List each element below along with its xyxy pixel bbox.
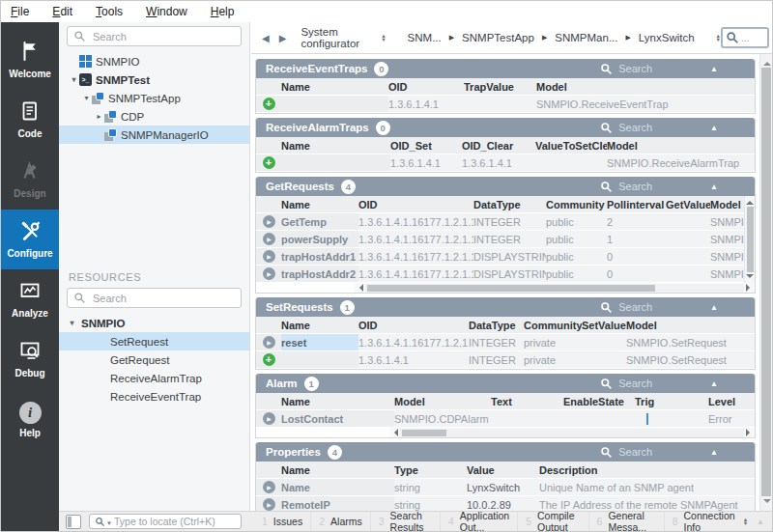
table-row[interactable]: +1.3.6.1.4.1SNMPIO.ReceiveEventTrap — [256, 96, 755, 113]
tree-item-cdp[interactable]: ▸CDP — [59, 107, 249, 126]
expander-icon[interactable]: ▸ — [94, 112, 104, 121]
panel-search[interactable]: Search — [600, 446, 652, 459]
tree-item-snmpmanagerio[interactable]: SNMPManagerIO — [59, 126, 249, 144]
table-row[interactable]: ▶trapHostAddr11.3.6.1.4.1.16177.1.2.1.11… — [256, 248, 755, 266]
main-vertical-scrollbar[interactable] — [759, 54, 772, 511]
play-icon[interactable]: ▶ — [263, 481, 275, 493]
menu-file[interactable]: File — [11, 5, 29, 18]
panel-header[interactable]: GetRequests4Search▲ — [256, 177, 755, 196]
rail-item-analyze[interactable]: Analyze — [1, 269, 59, 329]
scrollbar-thumb[interactable] — [747, 207, 754, 272]
tree-item-snmpio[interactable]: ▾SNMPIO — [59, 314, 249, 332]
expander-icon[interactable]: ▾ — [67, 319, 77, 327]
collapse-icon[interactable]: ▲ — [710, 182, 718, 191]
resources-search-input[interactable] — [67, 288, 242, 308]
play-icon[interactable]: ▶ — [263, 215, 275, 228]
scroll-right-icon[interactable] — [746, 284, 754, 292]
menu-edit[interactable]: Edit — [52, 5, 72, 18]
breadcrumb-item-lynxswitch[interactable]: LynxSwitch — [639, 32, 695, 43]
panel-toggle-icon[interactable] — [66, 515, 81, 529]
topbar-search-input[interactable] — [741, 33, 764, 43]
panel-search[interactable]: Search — [600, 378, 652, 390]
panel-search[interactable]: Search — [600, 301, 652, 314]
horizontal-scrollbar[interactable] — [389, 428, 755, 437]
table-row[interactable]: ▶reset1.3.6.1.4.1.16177.1.2.1.9.0INTEGER… — [256, 334, 755, 351]
scroll-right-icon[interactable] — [746, 429, 754, 436]
breadcrumb-item-snm[interactable]: SNM... — [408, 32, 442, 43]
table-row[interactable]: +1.3.6.1.4.1INTEGERprivateSNMPIO.SetRequ… — [256, 351, 755, 369]
rail-item-configure[interactable]: Configure — [1, 210, 59, 269]
add-icon[interactable]: + — [263, 98, 275, 110]
table-row[interactable]: ▶powerSupply1.3.6.1.4.1.16177.1.2.1.10.0… — [256, 231, 755, 248]
project-search-input[interactable] — [67, 26, 242, 46]
view-selector[interactable]: System configurator ▲▼ — [301, 26, 386, 49]
play-icon[interactable]: ▶ — [263, 336, 275, 349]
menu-tools[interactable]: Tools — [96, 5, 123, 18]
scrollbar-thumb[interactable] — [402, 430, 446, 436]
collapse-panel-icon[interactable]: ▲ — [757, 518, 764, 526]
tree-item-snmptestapp[interactable]: ▾SNMPTestApp — [59, 89, 249, 107]
add-icon[interactable]: + — [263, 353, 275, 366]
panel-header[interactable]: Properties4Search▲ — [256, 442, 755, 462]
panel-header[interactable]: SetRequests1Search▲ — [256, 297, 755, 317]
panel-search[interactable]: Search — [600, 122, 652, 134]
tree-item-receivealarmtrap[interactable]: ReceiveAlarmTrap — [59, 369, 249, 387]
table-row[interactable]: ▶RemoteIPstring10.0.2.89The IP Address o… — [256, 496, 755, 511]
tree-item-receiveeventtrap[interactable]: ReceiveEventTrap — [59, 387, 249, 406]
collapse-icon[interactable]: ▲ — [710, 303, 718, 312]
rail-item-help[interactable]: iHelp — [1, 389, 59, 449]
collapse-icon[interactable]: ▲ — [710, 379, 718, 388]
status-tab-connection-info[interactable]: 8Connection Info — [664, 512, 743, 531]
scroll-down-icon[interactable] — [746, 274, 754, 282]
scroll-up-icon[interactable] — [763, 58, 771, 66]
table-row[interactable]: +1.3.6.1.4.11.3.6.1.4.1SNMPIO.ReceiveAla… — [256, 154, 755, 172]
menu-help[interactable]: Help — [211, 5, 235, 18]
rail-item-debug[interactable]: Debug — [1, 329, 59, 389]
expander-icon[interactable]: ▾ — [81, 94, 92, 102]
panel-header[interactable]: Alarm1Search▲ — [256, 374, 755, 393]
forward-button[interactable]: ▶ — [274, 33, 292, 43]
status-tab-general-messa[interactable]: 6General Messa... — [588, 512, 664, 531]
play-icon[interactable]: ▶ — [263, 233, 275, 245]
scrollbar-thumb[interactable] — [761, 68, 771, 496]
status-tab-compile-output[interactable]: 5Compile Output — [517, 512, 587, 531]
collapse-icon[interactable]: ▲ — [710, 65, 718, 73]
scroll-left-icon[interactable] — [356, 284, 363, 292]
status-tab-search-results[interactable]: 3Search Results — [370, 512, 440, 531]
play-icon[interactable]: ▶ — [263, 250, 275, 263]
tree-item-snmptest[interactable]: ▾>_SNMPTest — [59, 70, 249, 89]
panel-header[interactable]: ReceiveAlarmTraps0Search▲ — [256, 118, 755, 137]
table-row[interactable]: ▶GetTemp1.3.6.1.4.1.16177.1.2.1.1.0INTEG… — [256, 213, 755, 231]
rail-item-code[interactable]: Code — [1, 90, 59, 150]
tree-item-snmpio[interactable]: SNMPIO — [59, 52, 249, 70]
statusbar-spinner-icon[interactable]: ▲▼ — [743, 518, 748, 526]
rail-item-welcome[interactable]: Welcome — [1, 30, 59, 90]
panel-header[interactable]: ReceiveEventTraps0Search▲ — [256, 59, 755, 78]
panel-vertical-scrollbar[interactable] — [744, 196, 755, 283]
horizontal-scrollbar[interactable] — [355, 283, 755, 293]
tree-item-getrequest[interactable]: GetRequest — [59, 350, 249, 369]
back-button[interactable]: ◀ — [257, 33, 274, 43]
topbar-search[interactable] — [721, 27, 769, 48]
panel-search[interactable]: Search — [600, 63, 652, 75]
play-icon[interactable]: ▶ — [263, 498, 275, 511]
breadcrumb-item-snmpman[interactable]: SNMPMan... — [555, 32, 617, 43]
status-tab-issues[interactable]: 1Issues — [254, 512, 310, 531]
collapse-icon[interactable]: ▲ — [710, 448, 718, 457]
play-icon[interactable]: ▶ — [263, 412, 275, 425]
collapse-icon[interactable]: ▲ — [710, 124, 718, 132]
scroll-left-icon[interactable] — [390, 429, 398, 436]
table-row[interactable]: ▶LostContactSNMPIO.CDPAlarmError — [256, 410, 755, 428]
table-row[interactable]: ▶trapHostAddr21.3.6.1.4.1.16177.1.2.1.12… — [256, 266, 755, 283]
status-tab-application-out[interactable]: 4Application Out... — [440, 512, 517, 531]
menu-window[interactable]: Window — [146, 5, 187, 18]
scrollbar-thumb[interactable] — [367, 285, 655, 292]
locate-input[interactable] — [114, 516, 236, 527]
status-tab-alarms[interactable]: 2Alarms — [310, 512, 370, 531]
breadcrumb-item-snmptestapp[interactable]: SNMPTestApp — [462, 32, 534, 43]
scroll-down-icon[interactable] — [763, 499, 771, 507]
scroll-up-icon[interactable] — [746, 197, 754, 205]
expander-icon[interactable]: ▾ — [69, 75, 79, 84]
tree-item-setrequest[interactable]: SetRequest — [59, 332, 249, 350]
table-row[interactable]: ▶NamestringLynxSwitchUnique Name of an S… — [256, 479, 755, 496]
